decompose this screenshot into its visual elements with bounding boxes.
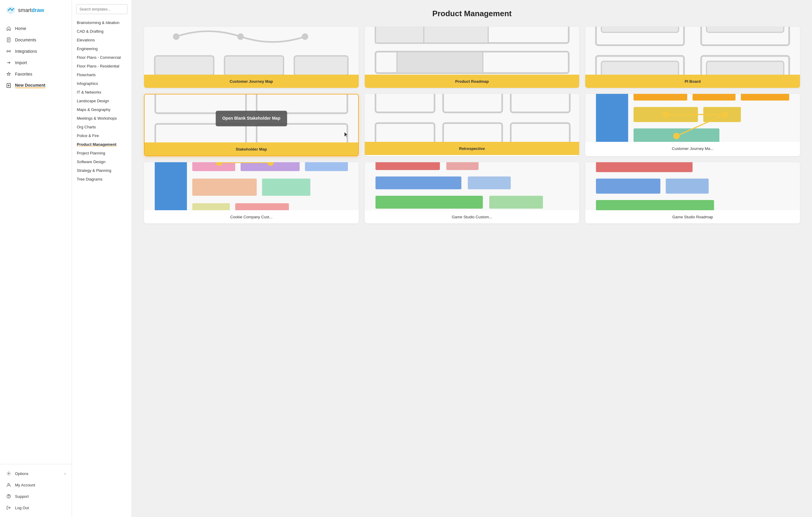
category-item-project-planning[interactable]: Project Planning (72, 149, 132, 157)
svg-point-5 (9, 51, 11, 52)
sidebar-item-my-account[interactable]: My Account (0, 479, 72, 491)
open-blank-overlay[interactable]: Open Blank Stakeholder Map (216, 111, 287, 126)
category-item-tree-diagrams[interactable]: Tree Diagrams (72, 175, 132, 184)
template-label-retrospective: Retrospective (365, 142, 580, 155)
svg-point-8 (8, 483, 9, 485)
svg-rect-84 (375, 162, 440, 170)
template-preview-game-studio-roadmap (585, 162, 800, 210)
svg-rect-48 (155, 124, 246, 143)
template-card-product-roadmap[interactable]: Product Roadmap (365, 27, 580, 88)
svg-rect-47 (257, 94, 347, 113)
category-item-engineering[interactable]: Engineering (72, 44, 132, 53)
sidebar-bottom: Options › My Account Support Log Out (0, 464, 72, 517)
template-preview-pi-board (585, 27, 800, 75)
sidebar-item-support[interactable]: Support (0, 491, 72, 502)
sidebar-item-documents[interactable]: Documents (0, 34, 72, 45)
template-card-retrospective[interactable]: Retrospective (365, 94, 580, 156)
svg-rect-96 (666, 179, 709, 194)
svg-rect-51 (443, 94, 502, 113)
page-title: Product Management (144, 9, 800, 18)
svg-rect-50 (375, 94, 434, 113)
template-card-customer-journey-ma-2[interactable]: Customer Journey Ma... (585, 94, 800, 156)
sidebar-item-import[interactable]: Import (0, 57, 72, 68)
svg-point-2 (11, 9, 12, 11)
category-item-floor-plans-residential[interactable]: Floor Plans - Residential (72, 62, 132, 70)
svg-rect-54 (443, 123, 502, 142)
sidebar-item-options[interactable]: Options › (0, 468, 72, 479)
template-preview-game-studio-custom (365, 162, 580, 210)
svg-rect-76 (192, 179, 257, 196)
svg-point-4 (7, 51, 8, 52)
svg-rect-36 (602, 27, 679, 32)
support-icon (6, 494, 11, 499)
category-item-meetings[interactable]: Meetings & Workshops (72, 114, 132, 123)
sidebar-item-home[interactable]: Home (0, 23, 72, 34)
template-grid: Customer Journey Map Product Roadmap PI … (144, 27, 800, 223)
category-item-strategy[interactable]: Strategy & Planning (72, 166, 132, 175)
template-label-pi-board: PI Board (585, 75, 800, 88)
template-preview-stakeholder-map: Open Blank Stakeholder Map (145, 94, 358, 143)
template-label-product-roadmap: Product Roadmap (365, 75, 580, 88)
svg-rect-78 (192, 203, 230, 210)
import-icon (6, 60, 11, 65)
sidebar-item-new-document[interactable]: New Document (0, 80, 72, 91)
new-document-icon (6, 83, 11, 88)
template-preview-customer-journey-map (144, 27, 359, 75)
template-card-game-studio-roadmap[interactable]: Game Studio Roadmap (585, 162, 800, 223)
template-card-customer-journey-map[interactable]: Customer Journey Map (144, 27, 359, 88)
category-item-software-design[interactable]: Software Design (72, 157, 132, 166)
category-item-floor-plans-commercial[interactable]: Floor Plans - Commercial (72, 53, 132, 62)
category-list: Brainstorming & IdeationCAD & DraftingEl… (72, 17, 132, 517)
svg-rect-79 (235, 203, 289, 210)
template-preview-cookie-company (144, 162, 359, 210)
sidebar-item-favorites[interactable]: Favorites (0, 68, 72, 80)
search-input[interactable] (77, 5, 127, 13)
svg-rect-41 (602, 61, 679, 75)
logo-text: smartdraw (18, 7, 44, 13)
category-item-product-management[interactable]: Product Management (72, 140, 132, 149)
category-item-elevations[interactable]: Elevations (72, 36, 132, 44)
template-card-cookie-company[interactable]: Cookie Company Cust... (144, 162, 359, 223)
options-row: Options › (15, 471, 66, 476)
category-item-infographics[interactable]: Infographics (72, 79, 132, 88)
template-card-pi-board[interactable]: PI Board (585, 27, 800, 88)
sidebar-item-documents-label: Documents (15, 37, 36, 42)
cursor-indicator (344, 131, 349, 140)
svg-rect-91 (489, 196, 543, 209)
template-card-stakeholder-map[interactable]: Open Blank Stakeholder MapStakeholder Ma… (144, 94, 359, 156)
svg-rect-97 (596, 200, 714, 210)
main-content: Product Management Customer Journey Map (132, 0, 812, 517)
category-item-it-networks[interactable]: IT & Networks (72, 88, 132, 97)
category-item-maps[interactable]: Maps & Geography (72, 105, 132, 114)
category-item-org-charts[interactable]: Org Charts (72, 123, 132, 131)
category-item-landscape[interactable]: Landscape Design (72, 97, 132, 105)
svg-rect-20 (224, 56, 284, 75)
chevron-right-icon: › (64, 471, 66, 476)
template-label-cookie-company: Cookie Company Cust... (144, 210, 359, 223)
category-item-brainstorming[interactable]: Brainstorming & Ideation (72, 18, 132, 27)
sidebar-item-integrations[interactable]: Integrations (0, 45, 72, 57)
sidebar-item-logout[interactable]: Log Out (0, 502, 72, 513)
svg-rect-56 (596, 94, 628, 142)
template-card-game-studio-custom[interactable]: Game Studio Custom... (365, 162, 580, 223)
template-label-stakeholder-map: Stakeholder Map (145, 143, 358, 156)
svg-rect-85 (375, 177, 461, 189)
template-label-game-studio-custom: Game Studio Custom... (365, 210, 580, 223)
sidebar: smartdraw Home Documents Integrations (0, 0, 72, 517)
category-item-flowcharts[interactable]: Flowcharts (72, 70, 132, 79)
category-item-cad[interactable]: CAD & Drafting (72, 27, 132, 36)
template-preview-retrospective (365, 94, 580, 142)
svg-rect-39 (707, 27, 784, 32)
favorites-icon (6, 71, 11, 77)
search-bar[interactable] (76, 4, 127, 14)
template-preview-customer-journey-ma-2 (585, 94, 800, 142)
svg-rect-59 (634, 94, 687, 101)
template-list-panel: Brainstorming & IdeationCAD & DraftingEl… (72, 0, 132, 517)
svg-rect-73 (192, 162, 235, 171)
category-item-police-fire[interactable]: Police & Fire (72, 131, 132, 140)
svg-rect-52 (511, 94, 570, 113)
svg-point-10 (8, 497, 9, 498)
svg-rect-95 (596, 179, 661, 194)
svg-point-7 (8, 473, 9, 474)
logout-icon (6, 505, 11, 510)
